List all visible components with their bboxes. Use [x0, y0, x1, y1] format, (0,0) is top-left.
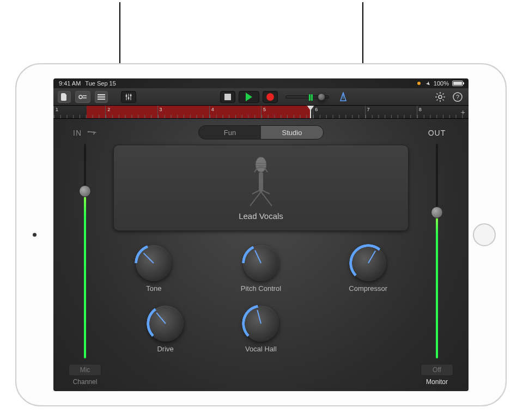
knob-compressor: Compressor: [349, 245, 387, 293]
svg-line-19: [443, 99, 444, 100]
browser-button[interactable]: [75, 91, 90, 103]
svg-rect-26: [259, 172, 263, 192]
ruler-bar[interactable]: 6: [313, 106, 364, 118]
ruler-bar[interactable]: 4: [209, 106, 261, 118]
monitor-button[interactable]: Off: [421, 364, 453, 376]
ruler-bar[interactable]: 2: [105, 106, 157, 118]
channel-label: Channel: [73, 378, 98, 386]
recording-indicator-dot: [417, 82, 421, 85]
knob-tone: Tone: [136, 245, 172, 293]
knob-label: Tone: [146, 284, 161, 293]
bar-number: 3: [160, 107, 162, 112]
output-level-slider[interactable]: [426, 144, 448, 358]
play-icon: [246, 93, 252, 101]
battery-icon: [452, 81, 463, 86]
svg-rect-4: [98, 96, 105, 98]
svg-point-7: [126, 95, 127, 96]
svg-line-21: [443, 93, 444, 94]
ruler-bar[interactable]: 7: [365, 106, 417, 118]
output-label: OUT: [428, 129, 446, 137]
svg-text:?: ?: [456, 94, 459, 100]
slider-fill: [436, 212, 438, 358]
input-column: IN Mic Channel: [63, 129, 107, 386]
stop-icon: [224, 94, 231, 100]
track-controls-button[interactable]: [121, 91, 136, 103]
knob-arc: [133, 242, 174, 284]
battery-percent: 100%: [434, 80, 449, 87]
input-level-slider[interactable]: [74, 144, 96, 358]
knob[interactable]: [243, 306, 279, 342]
knob-label: Drive: [157, 345, 173, 353]
svg-line-20: [437, 99, 438, 100]
bar-number: 8: [419, 107, 422, 112]
tick-marks: [210, 115, 261, 118]
ruler-bar[interactable]: 3: [157, 106, 209, 118]
status-time: 9:41 AM: [59, 80, 81, 87]
stop-button[interactable]: [220, 91, 235, 103]
tick-marks: [158, 115, 209, 118]
meter-pip: [311, 94, 313, 101]
help-button[interactable]: ?: [451, 91, 464, 103]
bar-number: 4: [211, 107, 214, 112]
channel-button[interactable]: Mic: [69, 364, 101, 376]
bar-number: 7: [367, 107, 370, 112]
add-section-button[interactable]: +: [461, 108, 465, 117]
ruler-bar[interactable]: 5: [261, 106, 313, 118]
knob-vocal-hall: Vocal Hall: [243, 306, 279, 353]
output-column: OUT Off Monitor: [415, 129, 459, 386]
knob[interactable]: [243, 245, 279, 281]
center-panel: Fun Studio Lead Vocals TonePitch Control…: [113, 124, 409, 385]
slider-thumb[interactable]: [79, 185, 91, 197]
knob[interactable]: [148, 306, 184, 342]
record-icon: [266, 93, 274, 101]
bar-number: 5: [263, 107, 266, 112]
audio-input-icon[interactable]: [87, 127, 99, 139]
mode-segmented-control[interactable]: Fun Studio: [198, 125, 324, 139]
ruler-bar[interactable]: 1: [53, 106, 105, 118]
tick-marks: [54, 115, 105, 118]
tracks-button[interactable]: [95, 91, 108, 103]
front-camera: [33, 233, 37, 237]
knob-label: Vocal Hall: [245, 345, 277, 353]
tick-marks: [366, 115, 417, 118]
app-screen: 9:41 AM Tue Sep 15 ➤ 100%: [53, 78, 469, 391]
bar-number: 2: [107, 107, 110, 112]
playhead[interactable]: [307, 106, 314, 111]
transport-controls: [220, 91, 278, 103]
play-button[interactable]: [239, 91, 259, 103]
svg-rect-3: [98, 94, 105, 95]
bar-number: 6: [315, 107, 318, 112]
segment-fun[interactable]: Fun: [199, 126, 261, 139]
home-button[interactable]: [473, 223, 496, 246]
svg-point-11: [130, 94, 132, 96]
svg-rect-2: [83, 98, 87, 99]
segment-studio[interactable]: Studio: [261, 126, 323, 139]
meter-pip: [309, 94, 311, 101]
knob[interactable]: [136, 245, 172, 281]
master-volume-slider[interactable]: [285, 95, 329, 99]
svg-point-0: [79, 95, 82, 99]
record-button[interactable]: [263, 91, 278, 103]
my-songs-button[interactable]: [58, 91, 71, 103]
metronome-button[interactable]: [337, 91, 350, 103]
settings-button[interactable]: [434, 91, 447, 103]
svg-rect-5: [98, 99, 105, 100]
status-bar: 9:41 AM Tue Sep 15 ➤ 100%: [53, 78, 469, 88]
toolbar: ?: [53, 88, 469, 106]
knob-label: Pitch Control: [241, 284, 281, 293]
monitor-label: Monitor: [426, 378, 448, 386]
location-icon: ➤: [424, 80, 431, 87]
knob-drive: Drive: [148, 306, 184, 353]
microphone-icon: [245, 156, 277, 208]
input-label: IN: [73, 129, 82, 137]
slider-thumb[interactable]: [431, 206, 443, 218]
svg-point-9: [128, 97, 130, 99]
slider-thumb[interactable]: [318, 93, 325, 101]
tick-marks: [262, 115, 313, 118]
tick-marks: [313, 115, 364, 118]
timeline-ruler[interactable]: 12345678 +: [53, 106, 469, 119]
svg-rect-1: [83, 95, 87, 96]
preset-selector[interactable]: Lead Vocals: [113, 145, 409, 231]
knob-label: Compressor: [349, 284, 387, 293]
knob[interactable]: [350, 245, 386, 281]
